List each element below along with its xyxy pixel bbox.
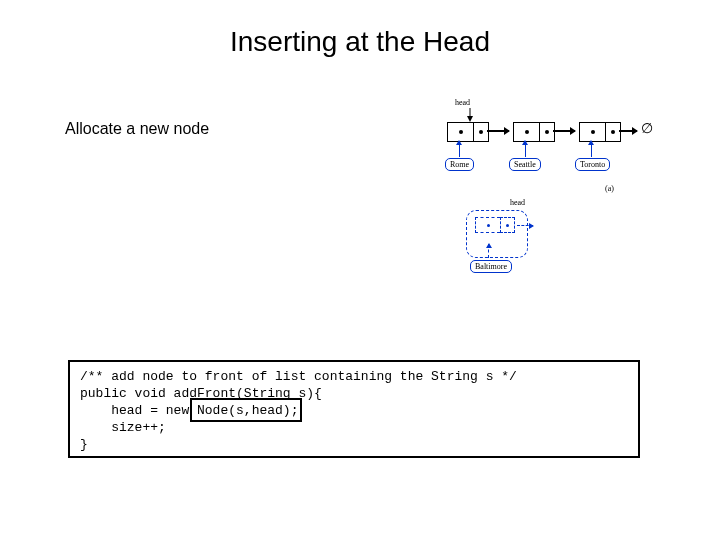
next-arrow-1 — [487, 130, 509, 132]
city-pointer-1 — [459, 141, 460, 157]
diagram-a: head ∅ Rome Seattle Toronto (a) — [435, 98, 690, 198]
city-pointer-2 — [525, 141, 526, 157]
elem-dot-icon — [487, 224, 490, 227]
city-pointer-3 — [591, 141, 592, 157]
elem-dot-icon — [591, 130, 595, 134]
next-dot-icon — [479, 130, 483, 134]
diagram-a-caption: (a) — [605, 184, 614, 193]
next-dot-icon — [611, 130, 615, 134]
next-arrow-2 — [553, 130, 575, 132]
code-line-3: head = new Node(s,head); — [80, 403, 298, 418]
node-2 — [513, 122, 555, 142]
next-dot-icon — [506, 224, 509, 227]
new-city-pointer — [488, 244, 490, 258]
slide-title: Inserting at the Head — [0, 26, 720, 58]
code-line-5: } — [80, 437, 88, 452]
new-next-arrow — [517, 225, 533, 226]
node-3 — [579, 122, 621, 142]
code-line-2: public void addFront(String s){ — [80, 386, 322, 401]
elem-dot-icon — [459, 130, 463, 134]
next-dot-icon — [545, 130, 549, 134]
new-node — [475, 217, 515, 233]
head-label-b: head — [510, 198, 525, 207]
step-text: Allocate a new node — [65, 120, 209, 138]
city-label-2: Seattle — [509, 158, 541, 171]
node-1 — [447, 122, 489, 142]
next-arrow-3 — [619, 130, 637, 132]
elem-dot-icon — [525, 130, 529, 134]
head-pointer-arrow — [465, 108, 475, 122]
code-box: /** add node to front of list containing… — [68, 360, 640, 458]
new-city-label: Baltimore — [470, 260, 512, 273]
city-label-3: Toronto — [575, 158, 610, 171]
code-line-4: size++; — [80, 420, 166, 435]
diagram-b: head Baltimore — [458, 198, 558, 288]
head-label: head — [455, 98, 470, 107]
new-node-group — [466, 210, 528, 258]
city-label-1: Rome — [445, 158, 474, 171]
code-line-1: /** add node to front of list containing… — [80, 369, 517, 384]
null-symbol: ∅ — [641, 120, 653, 137]
